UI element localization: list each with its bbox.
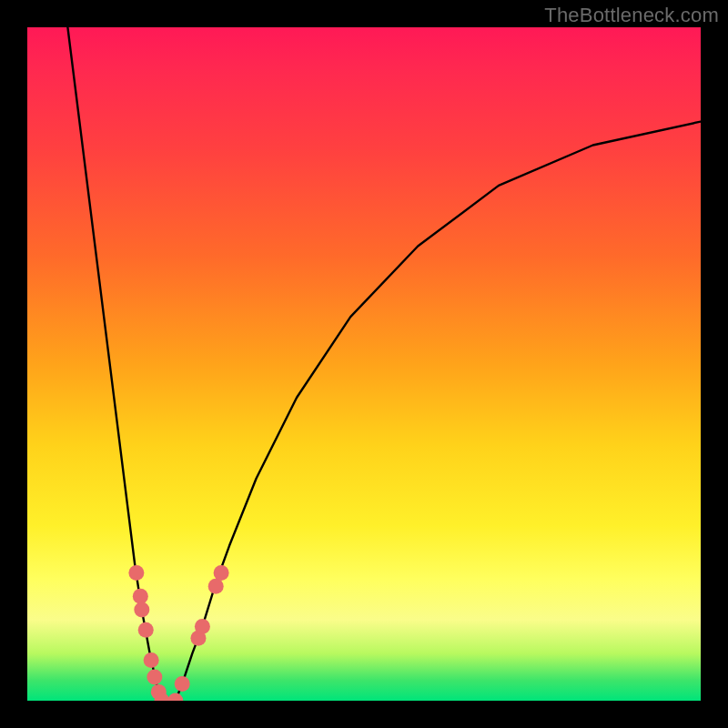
curve-layer bbox=[27, 27, 701, 701]
data-marker bbox=[144, 652, 159, 668]
data-marker bbox=[133, 589, 148, 604]
plot-area bbox=[27, 27, 701, 701]
data-marker bbox=[134, 602, 149, 618]
data-marker bbox=[195, 619, 210, 634]
data-marker bbox=[147, 670, 162, 685]
data-marker bbox=[138, 622, 154, 638]
watermark-text: TheBottleneck.com bbox=[544, 4, 719, 27]
data-marker bbox=[167, 693, 183, 702]
data-marker bbox=[128, 565, 144, 581]
series-left-branch bbox=[67, 27, 162, 701]
chart-frame: TheBottleneck.com bbox=[0, 0, 728, 728]
data-marker bbox=[208, 579, 224, 594]
series-right-branch bbox=[176, 122, 701, 701]
data-marker bbox=[214, 565, 229, 581]
data-marker bbox=[175, 676, 190, 692]
